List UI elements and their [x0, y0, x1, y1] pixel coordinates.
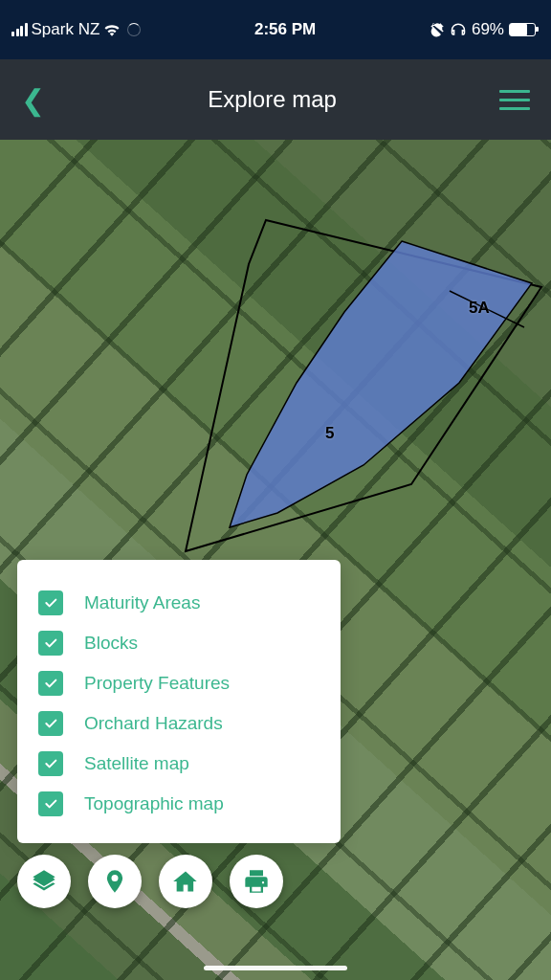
layer-item-maturity-areas: Maturity Areas [38, 583, 320, 623]
check-icon [43, 635, 58, 651]
menu-button[interactable] [499, 90, 530, 110]
layer-label: Satellite map [84, 753, 189, 774]
alarm-icon [430, 22, 445, 37]
layer-label: Topographic map [84, 793, 224, 814]
status-bar: Spark NZ 2:56 PM 69% [0, 0, 551, 59]
headphones-icon [450, 22, 467, 37]
carrier-label: Spark NZ [32, 20, 100, 39]
checkbox-satellite-map[interactable] [38, 751, 63, 776]
checkbox-blocks[interactable] [38, 631, 63, 656]
floating-button-row [17, 855, 283, 908]
print-icon [243, 868, 270, 895]
map-container[interactable]: 5 5A Maturity Areas Blocks Property Feat… [0, 140, 551, 980]
block-label-5: 5 [325, 424, 334, 443]
layers-icon [31, 868, 57, 895]
loading-spinner-icon [127, 23, 141, 36]
location-button[interactable] [88, 855, 142, 908]
layer-label: Blocks [84, 633, 138, 654]
page-title: Explore map [208, 86, 337, 113]
status-right: 69% [430, 20, 536, 39]
home-button[interactable] [159, 855, 212, 908]
check-icon [43, 796, 58, 812]
layer-label: Orchard Hazards [84, 713, 223, 734]
checkbox-orchard-hazards[interactable] [38, 711, 63, 736]
layer-item-satellite-map: Satellite map [38, 744, 320, 784]
layers-panel: Maturity Areas Blocks Property Features … [17, 560, 341, 843]
wifi-icon [103, 23, 121, 36]
layer-label: Maturity Areas [84, 592, 200, 613]
status-left: Spark NZ [11, 20, 141, 39]
home-icon [172, 868, 199, 895]
layer-label: Property Features [84, 673, 230, 694]
signal-bars-icon [11, 23, 28, 36]
check-icon [43, 676, 58, 691]
home-indicator [204, 966, 347, 970]
app-header: ❮ Explore map [0, 59, 551, 140]
check-icon [43, 716, 58, 731]
print-button[interactable] [230, 855, 283, 908]
layer-item-topographic-map: Topographic map [38, 784, 320, 824]
block-label-5a: 5A [469, 299, 490, 318]
layer-item-property-features: Property Features [38, 663, 320, 703]
check-icon [43, 756, 58, 771]
checkbox-topographic-map[interactable] [38, 791, 63, 816]
checkbox-maturity-areas[interactable] [38, 590, 63, 615]
status-time: 2:56 PM [254, 20, 316, 39]
back-button[interactable]: ❮ [21, 83, 45, 117]
pin-icon [101, 868, 128, 895]
battery-percent: 69% [472, 20, 504, 39]
layer-item-orchard-hazards: Orchard Hazards [38, 703, 320, 744]
battery-icon [509, 23, 536, 36]
layers-button[interactable] [17, 855, 71, 908]
check-icon [43, 595, 58, 611]
checkbox-property-features[interactable] [38, 671, 63, 696]
layer-item-blocks: Blocks [38, 623, 320, 663]
